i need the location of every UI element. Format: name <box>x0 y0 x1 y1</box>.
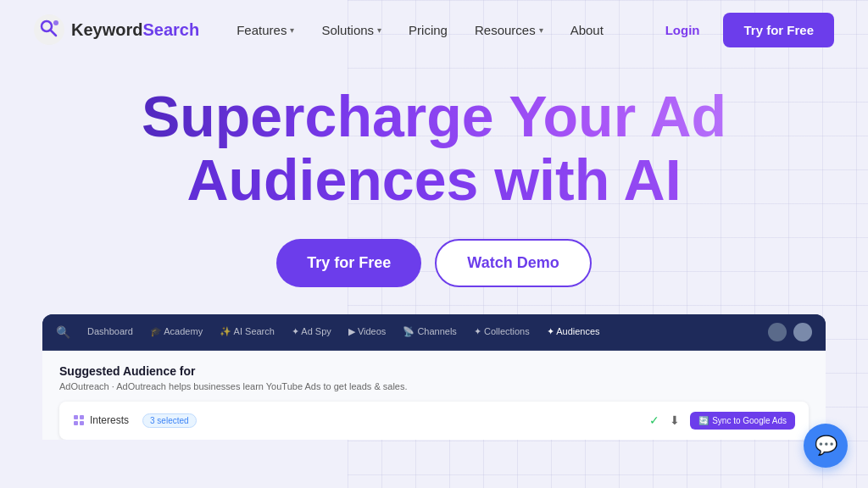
sync-icon: 🔄 <box>698 416 709 425</box>
nav-features[interactable]: Features ▾ <box>226 16 304 44</box>
nav-solutions[interactable]: Solutions ▾ <box>311 16 392 44</box>
app-avatar-2 <box>793 323 812 341</box>
hero-section: Supercharge Your Ad Audiences with AI Tr… <box>0 59 868 287</box>
app-content: Suggested Audience for AdOutreach · AdOu… <box>42 351 826 440</box>
chat-icon: 💬 <box>815 435 837 457</box>
app-nav-channels[interactable]: 📡 Channels <box>403 326 457 337</box>
app-check-icon: ✓ <box>649 413 659 427</box>
app-sync-button[interactable]: 🔄 Sync to Google Ads <box>690 412 795 430</box>
login-button[interactable]: Login <box>655 16 710 44</box>
app-nav-audiences[interactable]: ✦ Audiences <box>547 326 600 337</box>
logo-text: KeywordSearch <box>71 20 199 40</box>
app-nav-collections[interactable]: ✦ Collections <box>474 326 530 337</box>
interests-icon <box>73 414 85 426</box>
nav-right: Login Try for Free <box>655 13 834 47</box>
solutions-chevron-icon: ▾ <box>377 25 381 35</box>
app-nav-ai-search[interactable]: ✨ AI Search <box>220 326 275 337</box>
app-nav-ad-spy[interactable]: ✦ Ad Spy <box>292 326 331 337</box>
app-interests-label: Interests <box>73 414 129 426</box>
app-preview: 🔍 Dashboard 🎓 Academy ✨ AI Search ✦ Ad S… <box>42 314 826 440</box>
logo-icon <box>34 14 64 45</box>
app-user-icons <box>768 323 812 341</box>
nav-links: Features ▾ Solutions ▾ Pricing Resources… <box>226 16 614 44</box>
app-nav-academy[interactable]: 🎓 Academy <box>150 326 203 337</box>
hero-try-free-button[interactable]: Try for Free <box>276 239 421 287</box>
nav-resources[interactable]: Resources ▾ <box>465 16 554 44</box>
app-nav-items: Dashboard 🎓 Academy ✨ AI Search ✦ Ad Spy… <box>87 326 600 337</box>
hero-buttons: Try for Free Watch Demo <box>34 239 834 287</box>
nav-try-free-button[interactable]: Try for Free <box>723 13 834 47</box>
resources-chevron-icon: ▾ <box>539 25 543 35</box>
chat-button[interactable]: 💬 <box>804 424 848 468</box>
app-search-icon: 🔍 <box>56 325 70 339</box>
hero-title-line1: Supercharge Your Ad <box>34 85 834 148</box>
svg-rect-5 <box>80 415 84 419</box>
svg-point-3 <box>53 20 58 25</box>
app-suggested-sub: AdOutreach · AdOutreach helps businesses… <box>59 381 809 391</box>
app-avatar-1 <box>768 323 787 341</box>
logo[interactable]: KeywordSearch <box>34 14 199 45</box>
hero-watch-demo-button[interactable]: Watch Demo <box>435 239 591 287</box>
app-nav-videos[interactable]: ▶ Videos <box>348 326 387 337</box>
nav-pricing[interactable]: Pricing <box>398 16 458 44</box>
svg-rect-6 <box>74 421 78 425</box>
nav-about[interactable]: About <box>560 16 614 44</box>
svg-rect-4 <box>74 415 78 419</box>
nav-left: KeywordSearch Features ▾ Solutions ▾ Pri… <box>34 14 614 45</box>
app-card-actions: ✓ ⬇ 🔄 Sync to Google Ads <box>649 412 795 430</box>
app-topbar: 🔍 Dashboard 🎓 Academy ✨ AI Search ✦ Ad S… <box>42 314 826 351</box>
hero-title: Supercharge Your Ad Audiences with AI <box>34 85 834 212</box>
svg-rect-7 <box>80 421 84 425</box>
app-interests-card: Interests 3 selected ✓ ⬇ 🔄 Sync to Googl… <box>59 402 809 440</box>
app-download-icon[interactable]: ⬇ <box>670 413 680 427</box>
app-suggested-title: Suggested Audience for <box>59 364 809 378</box>
app-interests-count: 3 selected <box>142 413 197 428</box>
hero-title-line2: Audiences with AI <box>34 148 834 212</box>
features-chevron-icon: ▾ <box>290 25 294 35</box>
app-nav-dashboard[interactable]: Dashboard <box>87 326 133 337</box>
navbar: KeywordSearch Features ▾ Solutions ▾ Pri… <box>0 0 868 59</box>
